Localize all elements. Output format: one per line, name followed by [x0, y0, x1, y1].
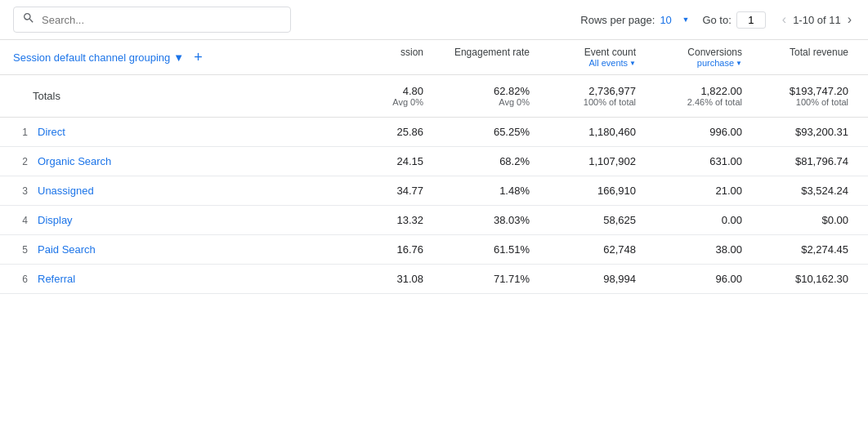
row-sessions: 25.86 [340, 126, 430, 138]
table-row: 1 Direct 25.86 65.25% 1,180,460 996.00 $… [0, 118, 868, 147]
row-conversions: 0.00 [642, 214, 749, 226]
row-values: 13.32 38.03% 58,625 0.00 $0.00 [291, 214, 855, 226]
col-header-sessions: ssion [340, 47, 430, 68]
col-header-conversions: Conversions purchase [642, 47, 749, 68]
row-events: 1,180,460 [536, 126, 642, 138]
row-sessions: 34.77 [340, 185, 430, 197]
table-row: 2 Organic Search 24.15 68.2% 1,107,902 6… [0, 147, 868, 176]
search-box[interactable] [13, 7, 291, 33]
col-header-engagement: Engagement rate [430, 47, 536, 68]
row-revenue: $81,796.74 [749, 155, 855, 167]
row-conversions: 21.00 [642, 185, 749, 197]
table-row: 4 Display 13.32 38.03% 58,625 0.00 $0.00 [0, 206, 868, 235]
row-number: 6 [13, 274, 28, 285]
col-header-engagement-label: Engagement rate [436, 47, 530, 58]
row-channel-name[interactable]: Paid Search [38, 243, 96, 256]
row-conversions: 38.00 [642, 243, 749, 256]
row-events: 58,625 [536, 214, 642, 226]
goto-control: Go to: [702, 11, 765, 29]
channel-grouping-filter[interactable]: Session default channel grouping ▼ + [13, 49, 291, 66]
totals-engagement: 62.82% Avg 0% [430, 85, 536, 107]
main-container: Rows per page: 10 25 50 100 Go to: ‹ 1-1… [0, 0, 868, 294]
totals-row: Totals 4.80 Avg 0% 62.82% Avg 0% 2,736,9… [0, 75, 868, 118]
table-row: 3 Unassigned 34.77 1.48% 166,910 21.00 $… [0, 176, 868, 206]
row-revenue: $2,274.45 [749, 243, 855, 256]
col-header-conversions-sub[interactable]: purchase [649, 58, 742, 68]
rows-per-page-control: Rows per page: 10 25 50 100 [580, 14, 689, 26]
row-values: 25.86 65.25% 1,180,460 996.00 $93,200.31 [291, 126, 855, 138]
row-number: 1 [13, 127, 28, 138]
pagination-arrows: ‹ 1-10 of 11 › [779, 11, 855, 29]
row-number: 4 [13, 215, 28, 226]
row-engagement: 65.25% [430, 126, 536, 138]
row-engagement: 1.48% [430, 185, 536, 197]
row-label: 6 Referral [13, 273, 291, 285]
channel-grouping-dropdown-icon: ▼ [173, 51, 184, 64]
row-conversions: 996.00 [642, 126, 749, 138]
rows-container: 1 Direct 25.86 65.25% 1,180,460 996.00 $… [0, 118, 868, 294]
search-icon [22, 11, 35, 28]
row-values: 31.08 71.71% 98,994 96.00 $10,162.30 [291, 273, 855, 285]
row-revenue: $93,200.31 [749, 126, 855, 138]
row-revenue: $3,524.24 [749, 185, 855, 197]
row-number: 2 [13, 156, 28, 167]
row-sessions: 31.08 [340, 273, 430, 285]
row-channel-name[interactable]: Unassigned [38, 185, 94, 197]
col-header-events-label: Event count [543, 47, 636, 58]
toolbar: Rows per page: 10 25 50 100 Go to: ‹ 1-1… [0, 0, 868, 40]
table-row: 6 Referral 31.08 71.71% 98,994 96.00 $10… [0, 265, 868, 294]
prev-page-button[interactable]: ‹ [779, 11, 790, 29]
row-engagement: 38.03% [430, 214, 536, 226]
col-header-revenue-label: Total revenue [755, 47, 848, 58]
row-engagement: 61.51% [430, 243, 536, 256]
pagination-info: 1-10 of 11 [793, 14, 841, 26]
rows-per-page-label: Rows per page: [580, 14, 655, 26]
row-label: 4 Display [13, 214, 291, 226]
row-sessions: 13.32 [340, 214, 430, 226]
channel-grouping-label: Session default channel grouping [13, 51, 170, 64]
col-header-events: Event count All events [536, 47, 642, 68]
row-sessions: 24.15 [340, 155, 430, 167]
row-revenue: $0.00 [749, 214, 855, 226]
column-headers-right: ssion Engagement rate Event count All ev… [291, 47, 855, 68]
search-input[interactable] [42, 14, 282, 26]
toolbar-right: Rows per page: 10 25 50 100 Go to: ‹ 1-1… [580, 11, 855, 29]
row-label: 1 Direct [13, 126, 291, 138]
col-header-revenue: Total revenue [749, 47, 855, 68]
row-channel-name[interactable]: Organic Search [38, 155, 111, 167]
goto-input[interactable] [736, 11, 766, 29]
col-header-sessions-label: ssion [347, 47, 423, 58]
row-revenue: $10,162.30 [749, 273, 855, 285]
col-header-events-sub[interactable]: All events [543, 58, 636, 68]
totals-conversions: 1,822.00 2.46% of total [642, 85, 749, 107]
table-row: 5 Paid Search 16.76 61.51% 62,748 38.00 … [0, 235, 868, 265]
row-engagement: 68.2% [430, 155, 536, 167]
row-channel-name[interactable]: Direct [38, 126, 65, 138]
row-values: 24.15 68.2% 1,107,902 631.00 $81,796.74 [291, 155, 855, 167]
row-channel-name[interactable]: Display [38, 214, 73, 226]
row-number: 3 [13, 185, 28, 197]
totals-values: 4.80 Avg 0% 62.82% Avg 0% 2,736,977 100%… [291, 85, 855, 107]
data-table: Totals 4.80 Avg 0% 62.82% Avg 0% 2,736,9… [0, 75, 868, 294]
row-events: 62,748 [536, 243, 642, 256]
next-page-button[interactable]: › [844, 11, 855, 29]
row-events: 166,910 [536, 185, 642, 197]
row-events: 98,994 [536, 273, 642, 285]
row-sessions: 16.76 [340, 243, 430, 256]
row-values: 16.76 61.51% 62,748 38.00 $2,274.45 [291, 243, 855, 256]
totals-sessions: 4.80 Avg 0% [340, 85, 430, 107]
add-column-button[interactable]: + [194, 49, 203, 66]
row-label: 3 Unassigned [13, 185, 291, 197]
row-channel-name[interactable]: Referral [38, 273, 75, 285]
totals-events: 2,736,977 100% of total [536, 85, 642, 107]
column-header-row: Session default channel grouping ▼ + ssi… [0, 40, 868, 75]
rows-select-wrapper[interactable]: 10 25 50 100 [660, 14, 689, 26]
totals-revenue: $193,747.20 100% of total [749, 85, 855, 107]
row-events: 1,107,902 [536, 155, 642, 167]
row-conversions: 631.00 [642, 155, 749, 167]
row-conversions: 96.00 [642, 273, 749, 285]
row-label: 2 Organic Search [13, 155, 291, 167]
rows-per-page-select[interactable]: 10 25 50 100 [660, 14, 689, 26]
row-engagement: 71.71% [430, 273, 536, 285]
row-number: 5 [13, 244, 28, 256]
